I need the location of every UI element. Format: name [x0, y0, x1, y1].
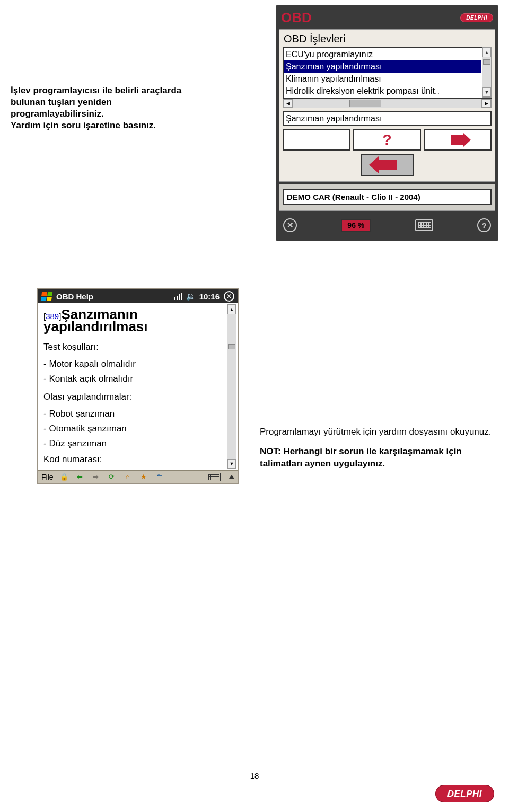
clock: 10:16	[199, 292, 220, 301]
car-field: DEMO CAR (Renault - Clio II - 2004)	[283, 189, 492, 205]
signal-icon	[174, 293, 182, 300]
t2: bulunan tuşları yeniden	[11, 97, 112, 107]
list-item-3[interactable]: Hidrolik direksiyon elektrik pompası üni…	[284, 85, 481, 97]
menu-up-icon[interactable]	[229, 475, 234, 479]
list-body[interactable]: ECU'yu programlayınız Şanzıman yapılandı…	[283, 47, 492, 99]
scroll-up-icon[interactable]: ▲	[227, 305, 236, 314]
scroll-down-icon[interactable]: ▼	[227, 459, 236, 469]
help-titlebar: OBD Help 🔉 10:16 ✕	[38, 289, 238, 303]
help-body: ▲ ▼ [389]Şanzımanın yapılandırılması Tes…	[38, 303, 238, 470]
page-number: 18	[0, 771, 509, 780]
folder-icon[interactable]: 🗀	[154, 472, 165, 482]
not-label: NOT:	[260, 446, 283, 456]
back-row	[283, 151, 492, 177]
bullets1: - Motor kapalı olmalıdır - Kontak açık o…	[43, 359, 226, 384]
lock-icon[interactable]: 🔒	[59, 472, 69, 482]
back-button[interactable]	[361, 154, 414, 176]
blank-button[interactable]	[283, 129, 350, 151]
screen-title: OBD İşlevleri	[283, 32, 492, 47]
function-list: ECU'yu programlayınız Şanzıman yapılandı…	[283, 47, 492, 108]
help-button[interactable]: ?	[353, 129, 420, 151]
obd-header: OBD DELPHI	[279, 8, 495, 27]
b2: - Kontak açık olmalıdır	[43, 374, 226, 384]
p2body: Herhangi bir sorun ile karşılaşmamak içi…	[260, 446, 462, 469]
bullets2: - Robot şanzıman - Otomatik şanzıman - D…	[43, 409, 226, 449]
windows-icon[interactable]	[41, 292, 52, 301]
list-item-0[interactable]: ECU'yu programlayınız	[284, 48, 481, 60]
help-scroll-thumb[interactable]	[228, 344, 235, 349]
t4: Yardım için soru işaretine basınız.	[11, 120, 156, 130]
section1: Test koşulları:	[43, 342, 226, 352]
corner-brand: DELPHI	[435, 789, 494, 799]
bottom-section: OBD Help 🔉 10:16 ✕ ▲ ▼ [389]Şanzımanın y…	[0, 241, 509, 484]
help-h1b: yapılandırılması	[43, 320, 226, 334]
vscroll-thumb[interactable]	[483, 59, 490, 65]
scroll-down-icon[interactable]: ▼	[482, 87, 491, 97]
keyboard-icon[interactable]	[207, 473, 221, 481]
vertical-scrollbar[interactable]: ▲ ▼	[482, 47, 492, 98]
file-menu[interactable]: File	[41, 473, 54, 481]
b1: - Motor kapalı olmalıdır	[43, 359, 226, 369]
scroll-left-icon[interactable]: ◀	[283, 99, 293, 108]
back-icon[interactable]: ⬅	[75, 472, 85, 482]
help-title: OBD Help	[56, 292, 93, 301]
obd-screen: OBD İşlevleri ECU'yu programlayınız Şanz…	[279, 29, 495, 182]
obd-device-window: OBD DELPHI OBD İşlevleri ECU'yu programl…	[276, 5, 498, 241]
forward-icon[interactable]: ➡	[91, 472, 101, 482]
b5: - Düz şanzıman	[43, 438, 226, 449]
hscroll-thumb[interactable]	[349, 100, 381, 107]
reload-icon[interactable]: ⟳	[107, 472, 117, 482]
keyboard-icon[interactable]	[415, 219, 433, 231]
close-icon[interactable]: ✕	[224, 291, 234, 302]
speaker-icon[interactable]: 🔉	[186, 292, 195, 301]
action-buttons: ?	[283, 129, 492, 151]
b3: - Robot şanzıman	[43, 409, 226, 419]
list-item-1[interactable]: Şanzıman yapılandırması	[284, 60, 481, 73]
question-icon: ?	[382, 131, 391, 148]
arrow-right-icon	[451, 135, 464, 145]
t3: programlayabilirsiniz.	[11, 109, 104, 119]
section2: Olası yapılandırmalar:	[43, 392, 226, 402]
p1: Programlamayı yürütmek için yardım dosya…	[260, 426, 498, 438]
selected-value: Şanzıman yapılandırması	[283, 111, 492, 126]
scroll-up-icon[interactable]: ▲	[482, 48, 491, 57]
horizontal-scrollbar[interactable]: ◀ ▶	[283, 99, 492, 108]
car-panel: DEMO CAR (Renault - Clio II - 2004)	[279, 184, 495, 211]
b4: - Otomatik şanzıman	[43, 423, 226, 434]
star-icon[interactable]: ★	[138, 472, 149, 482]
help-window: OBD Help 🔉 10:16 ✕ ▲ ▼ [389]Şanzımanın y…	[37, 288, 239, 484]
obd-logo: OBD	[281, 10, 312, 26]
battery-percent: 96 %	[341, 219, 371, 232]
obd-footer: ✕ 96 % ?	[279, 213, 495, 237]
arrow-left-icon	[378, 160, 397, 170]
p2: NOT: Herhangi bir sorun ile karşılaşmama…	[260, 446, 498, 470]
help-icon[interactable]: ?	[477, 218, 491, 232]
kod-label: Kod numarası:	[43, 454, 226, 465]
top-section: İşlev programlayıcısı ile belirli araçla…	[0, 0, 509, 241]
delphi-badge: DELPHI	[435, 785, 494, 802]
instruction-text-top: İşlev programlayıcısı ile belirli araçla…	[11, 5, 265, 131]
help-bottom-bar: File 🔒 ⬅ ➡ ⟳ ⌂ ★ 🗀	[38, 470, 238, 483]
forward-button[interactable]	[424, 129, 492, 151]
instruction-text-bottom: Programlamayı yürütmek için yardım dosya…	[260, 288, 498, 470]
close-icon[interactable]: ✕	[283, 218, 297, 232]
t1: İşlev programlayıcısı ile belirli araçla…	[11, 85, 181, 95]
scroll-right-icon[interactable]: ▶	[481, 99, 491, 108]
delphi-badge: DELPHI	[460, 13, 493, 22]
help-scrollbar[interactable]: ▲ ▼	[227, 304, 236, 469]
list-item-2[interactable]: Klimanın yapılandırılması	[284, 73, 481, 85]
home-icon[interactable]: ⌂	[122, 472, 133, 482]
